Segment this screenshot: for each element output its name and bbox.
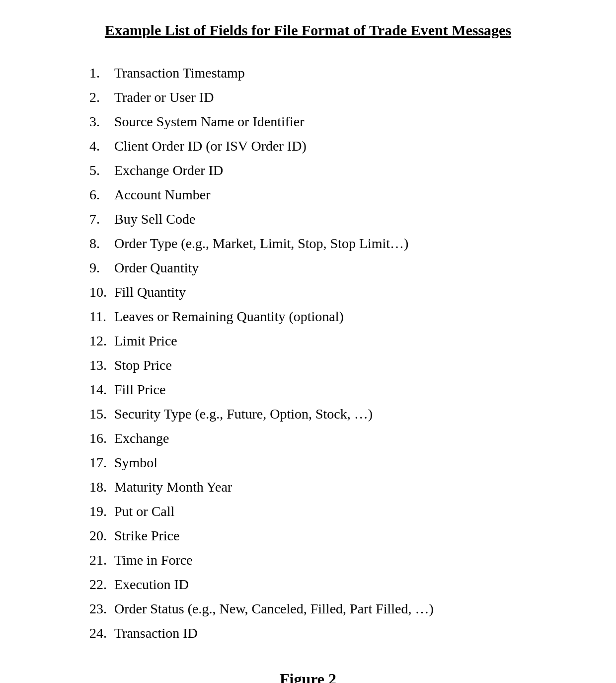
field-label: Transaction ID (114, 625, 198, 641)
list-item: 22.Execution ID (89, 572, 586, 597)
field-number: 15. (89, 402, 114, 426)
field-label: Order Quantity (114, 260, 199, 275)
field-label: Source System Name or Identifier (114, 114, 305, 129)
field-number: 23. (89, 597, 114, 621)
list-item: 2.Trader or User ID (89, 85, 586, 109)
field-label: Put or Call (114, 504, 174, 519)
field-number: 24. (89, 621, 114, 645)
field-number: 5. (89, 158, 114, 182)
field-label: Security Type (e.g., Future, Option, Sto… (114, 406, 373, 422)
list-item: 14.Fill Price (89, 377, 586, 402)
field-label: Execution ID (114, 577, 189, 592)
field-label: Exchange (114, 430, 169, 446)
figure-caption: Figure 2 (30, 670, 586, 683)
field-number: 22. (89, 572, 114, 597)
list-item: 24.Transaction ID (89, 621, 586, 645)
field-label: Limit Price (114, 333, 177, 348)
list-item: 10.Fill Quantity (89, 280, 586, 304)
list-item: 18.Maturity Month Year (89, 475, 586, 499)
field-number: 14. (89, 377, 114, 402)
field-number: 12. (89, 329, 114, 353)
list-item: 21.Time in Force (89, 548, 586, 572)
field-number: 16. (89, 426, 114, 450)
field-number: 20. (89, 523, 114, 548)
field-number: 4. (89, 134, 114, 158)
field-number: 21. (89, 548, 114, 572)
list-item: 15.Security Type (e.g., Future, Option, … (89, 402, 586, 426)
field-number: 7. (89, 207, 114, 231)
list-item: 9.Order Quantity (89, 256, 586, 280)
field-label: Fill Quantity (114, 284, 186, 300)
field-number: 11. (89, 304, 114, 329)
field-label: Account Number (114, 187, 211, 202)
field-label: Stop Price (114, 357, 172, 373)
field-label: Fill Price (114, 382, 165, 397)
list-item: 3.Source System Name or Identifier (89, 109, 586, 134)
field-number: 19. (89, 499, 114, 523)
list-item: 6.Account Number (89, 182, 586, 207)
field-number: 18. (89, 475, 114, 499)
field-label: Buy Sell Code (114, 211, 195, 227)
list-item: 7.Buy Sell Code (89, 207, 586, 231)
field-list: 1.Transaction Timestamp2.Trader or User … (30, 61, 586, 645)
list-item: 16.Exchange (89, 426, 586, 450)
list-item: 8.Order Type (e.g., Market, Limit, Stop,… (89, 231, 586, 256)
field-label: Exchange Order ID (114, 163, 223, 178)
field-label: Maturity Month Year (114, 479, 232, 495)
field-label: Order Type (e.g., Market, Limit, Stop, S… (114, 236, 408, 251)
field-label: Symbol (114, 455, 157, 470)
field-label: Strike Price (114, 528, 179, 543)
page-title: Example List of Fields for File Format o… (30, 20, 586, 41)
field-number: 8. (89, 231, 114, 256)
list-item: 1.Transaction Timestamp (89, 61, 586, 85)
field-label: Order Status (e.g., New, Canceled, Fille… (114, 601, 434, 616)
list-item: 13.Stop Price (89, 353, 586, 377)
field-number: 2. (89, 85, 114, 109)
field-label: Client Order ID (or ISV Order ID) (114, 138, 307, 154)
list-item: 12.Limit Price (89, 329, 586, 353)
field-number: 17. (89, 450, 114, 475)
field-label: Time in Force (114, 552, 193, 568)
field-number: 13. (89, 353, 114, 377)
list-item: 19.Put or Call (89, 499, 586, 523)
field-number: 1. (89, 61, 114, 85)
field-number: 6. (89, 182, 114, 207)
field-label: Leaves or Remaining Quantity (optional) (114, 309, 344, 324)
list-item: 5.Exchange Order ID (89, 158, 586, 182)
list-item: 23.Order Status (e.g., New, Canceled, Fi… (89, 597, 586, 621)
list-item: 20.Strike Price (89, 523, 586, 548)
field-number: 10. (89, 280, 114, 304)
field-label: Transaction Timestamp (114, 65, 245, 81)
list-item: 11.Leaves or Remaining Quantity (optiona… (89, 304, 586, 329)
field-label: Trader or User ID (114, 89, 214, 105)
list-item: 17.Symbol (89, 450, 586, 475)
field-number: 9. (89, 256, 114, 280)
field-number: 3. (89, 109, 114, 134)
list-item: 4.Client Order ID (or ISV Order ID) (89, 134, 586, 158)
